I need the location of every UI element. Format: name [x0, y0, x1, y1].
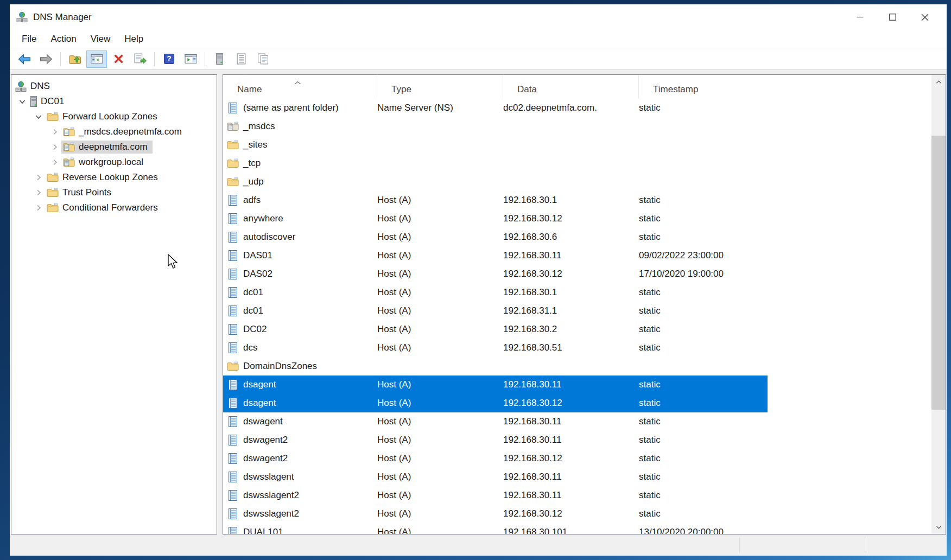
show-action-pane-button[interactable]	[180, 50, 201, 68]
list-tool-button[interactable]	[231, 50, 251, 68]
tree-item-dc01[interactable]: DC01	[11, 94, 217, 109]
table-row[interactable]: dswsslagent2Host (A)192.168.30.12static	[223, 505, 768, 523]
table-row[interactable]: adfsHost (A)192.168.30.1static	[223, 191, 768, 209]
tree-item-trust-points[interactable]: Trust Points	[11, 185, 217, 200]
folder-icon	[227, 177, 239, 187]
chevron-right-icon[interactable]	[32, 173, 45, 182]
minimize-button[interactable]	[844, 4, 876, 30]
chevron-down-icon[interactable]	[16, 97, 29, 106]
record-timestamp: static	[639, 287, 768, 298]
help-button[interactable]: ?	[158, 50, 179, 68]
table-row[interactable]: DC02Host (A)192.168.30.2static	[223, 320, 768, 339]
menu-action[interactable]: Action	[43, 34, 83, 44]
table-row[interactable]: _msdcs	[223, 117, 768, 136]
tree-item-content: DC01	[29, 95, 69, 108]
table-row[interactable]: (same as parent folder)Name Server (NS)d…	[223, 99, 768, 117]
record-name-cell: dswsslagent2	[223, 490, 377, 501]
export-list-button[interactable]	[130, 50, 150, 68]
toolbar-separator	[205, 52, 205, 66]
record-name-cell: autodiscover	[223, 232, 377, 243]
copy-tool-icon	[257, 53, 269, 65]
record-data: 192.168.30.1	[503, 195, 639, 206]
record-type: Host (A)	[377, 342, 503, 353]
chevron-right-icon[interactable]	[48, 143, 61, 151]
record-icon	[227, 379, 239, 390]
show-console-tree-button[interactable]	[86, 50, 107, 68]
table-row[interactable]: dsagentHost (A)192.168.30.11static	[223, 376, 768, 394]
table-row[interactable]: autodiscoverHost (A)192.168.30.6static	[223, 228, 768, 246]
back-button[interactable]	[14, 50, 35, 68]
column-header-type[interactable]: Type	[377, 75, 503, 99]
record-data: 192.168.30.11	[503, 250, 639, 261]
record-name-cell: DAS02	[223, 269, 377, 279]
record-name-cell: dswsslagent2	[223, 508, 377, 519]
table-row[interactable]: _udp	[223, 173, 768, 191]
record-icon	[227, 453, 239, 464]
table-row[interactable]: dc01Host (A)192.168.31.1static	[223, 302, 768, 320]
scrollbar-thumb[interactable]	[931, 136, 946, 410]
record-name-cell: dswagent	[223, 416, 377, 427]
close-button[interactable]	[909, 4, 941, 30]
record-name-cell: DUAL101	[223, 527, 377, 534]
table-row[interactable]: DUAL101Host (A)192.168.30.10113/10/2020 …	[223, 523, 768, 534]
column-header-data[interactable]: Data	[503, 75, 639, 99]
table-row[interactable]: _tcp	[223, 154, 768, 173]
table-row[interactable]: dcsHost (A)192.168.30.51static	[223, 339, 768, 357]
menu-view[interactable]: View	[84, 34, 118, 44]
chevron-right-icon[interactable]	[32, 188, 45, 197]
record-name-cell: anywhere	[223, 213, 377, 224]
table-row[interactable]: DAS01Host (A)192.168.30.1109/02/2022 23:…	[223, 246, 768, 265]
menu-file[interactable]: File	[15, 34, 43, 44]
svg-text:?: ?	[167, 55, 171, 63]
up-one-level-button[interactable]	[65, 50, 85, 68]
record-rows: (same as parent folder)Name Server (NS)d…	[223, 99, 931, 534]
table-row[interactable]: _sites	[223, 136, 768, 154]
record-type: Host (A)	[377, 287, 503, 298]
zone-icon	[63, 157, 75, 167]
vertical-scrollbar[interactable]	[931, 75, 946, 534]
table-row[interactable]: dswagentHost (A)192.168.30.11static	[223, 412, 768, 431]
menu-help[interactable]: Help	[117, 34, 150, 44]
record-type: Host (A)	[377, 416, 503, 427]
tree-item-dns[interactable]: DNS	[11, 79, 217, 94]
chevron-right-icon[interactable]	[48, 128, 61, 136]
record-timestamp: static	[639, 342, 768, 353]
record-icon	[227, 342, 239, 353]
table-row[interactable]: dswagent2Host (A)192.168.30.12static	[223, 449, 768, 468]
scroll-down-icon[interactable]	[931, 520, 946, 534]
column-header-name[interactable]: Name	[223, 75, 377, 99]
chevron-right-icon[interactable]	[48, 158, 61, 167]
sort-ascending-icon	[294, 77, 301, 88]
record-type: Host (A)	[377, 490, 503, 501]
column-header-timestamp[interactable]: Timestamp	[639, 75, 931, 99]
up-level-icon	[69, 53, 81, 65]
tree-item-deepnetmfa-com[interactable]: deepnetmfa.com	[11, 139, 217, 155]
delete-button[interactable]	[108, 50, 129, 68]
tree-item-workgroup-local[interactable]: workgroup.local	[11, 155, 217, 170]
tree-item-conditional-forwarders[interactable]: Conditional Forwarders	[11, 200, 217, 215]
folder-icon	[227, 361, 239, 371]
table-row[interactable]: dsagentHost (A)192.168.30.12static	[223, 394, 768, 412]
table-row[interactable]: dswsslagentHost (A)192.168.30.11static	[223, 468, 768, 486]
record-type: Host (A)	[377, 379, 503, 390]
maximize-button[interactable]	[876, 4, 909, 30]
chevron-down-icon[interactable]	[32, 112, 45, 121]
tree-item-forward-lookup-zones[interactable]: Forward Lookup Zones	[11, 109, 217, 124]
table-row[interactable]: anywhereHost (A)192.168.30.12static	[223, 209, 768, 228]
table-row[interactable]: dswsslagent2Host (A)192.168.30.11static	[223, 486, 768, 505]
table-row[interactable]: DomainDnsZones	[223, 357, 768, 376]
tree-item--msdcs-deepnetmfa-com[interactable]: _msdcs.deepnetmfa.com	[11, 124, 217, 139]
server-tool-button[interactable]	[209, 50, 230, 68]
table-row[interactable]: dc01Host (A)192.168.30.1static	[223, 283, 768, 302]
record-name: dc01	[243, 306, 263, 316]
record-name-cell: dswagent2	[223, 435, 377, 446]
record-type: Host (A)	[377, 324, 503, 335]
table-row[interactable]: dswagent2Host (A)192.168.30.11static	[223, 431, 768, 449]
forward-button[interactable]	[36, 50, 56, 68]
scroll-up-icon[interactable]	[931, 75, 946, 89]
chevron-right-icon[interactable]	[32, 203, 45, 212]
record-type: Host (A)	[377, 527, 503, 534]
copy-tool-button[interactable]	[252, 50, 273, 68]
tree-item-reverse-lookup-zones[interactable]: Reverse Lookup Zones	[11, 170, 217, 185]
table-row[interactable]: DAS02Host (A)192.168.30.1217/10/2020 19:…	[223, 265, 768, 283]
